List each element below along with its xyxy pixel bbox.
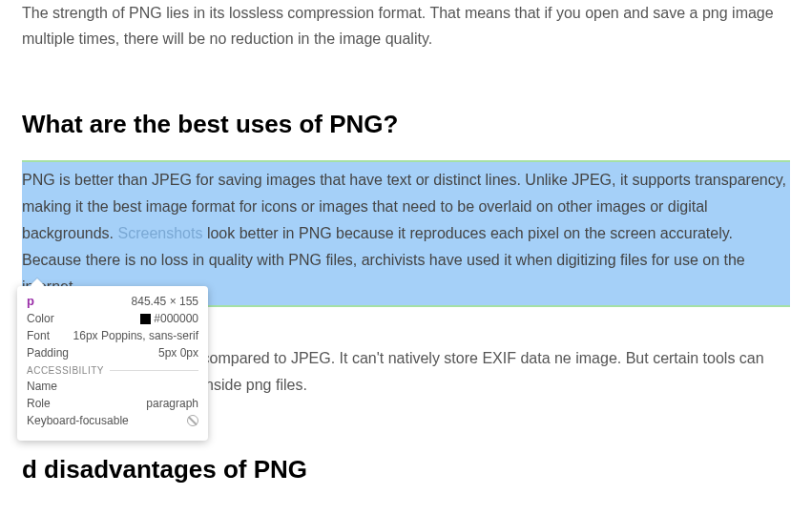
tooltip-a11y-role-label: Role: [27, 397, 51, 410]
heading-disadvantages-partial: d disadvantages of PNG: [22, 454, 790, 486]
tooltip-accessibility-section: ACCESSIBILITY: [27, 365, 104, 376]
tooltip-a11y-kf-label: Keyboard-focusable: [27, 414, 129, 427]
tooltip-padding-label: Padding: [27, 346, 69, 360]
not-focusable-icon: [187, 415, 198, 426]
heading-best-uses: What are the best uses of PNG?: [22, 109, 790, 141]
tooltip-color-label: Color: [27, 312, 54, 325]
tooltip-color-value: #000000: [140, 312, 198, 325]
tooltip-font-label: Font: [27, 329, 50, 342]
tooltip-separator-line: [110, 370, 198, 371]
screenshots-link[interactable]: Screenshots: [118, 225, 203, 241]
devtools-inspect-tooltip: p 845.45 × 155 Color #000000 Font 16px P…: [17, 286, 208, 441]
tooltip-padding-value: 5px 0px: [158, 346, 198, 360]
color-swatch-icon: [140, 314, 151, 324]
intro-paragraph: The strength of PNG lies in its lossless…: [22, 0, 790, 52]
tooltip-a11y-role-value: paragraph: [146, 397, 198, 410]
tooltip-font-value: 16px Poppins, sans-serif: [73, 329, 198, 342]
tooltip-dimensions: 845.45 × 155: [132, 295, 198, 308]
tooltip-a11y-name-label: Name: [27, 380, 57, 393]
tooltip-element-tag: p: [27, 294, 34, 308]
